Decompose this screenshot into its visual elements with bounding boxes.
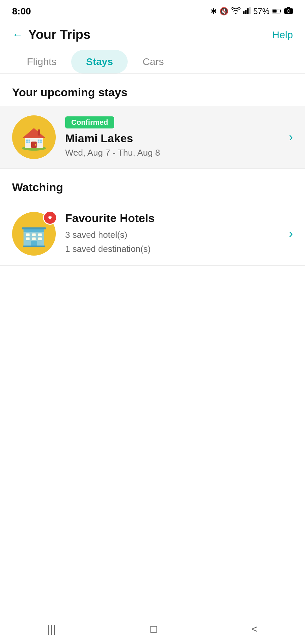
watching-section: Watching: [0, 169, 305, 266]
watch-card-hotels[interactable]: ♥ Favourite Hotels 3 saved hotel(s) 1 sa…: [0, 202, 305, 266]
confirmed-badge: Confirmed: [65, 116, 114, 128]
chevron-right-icon: ›: [289, 130, 293, 144]
svg-rect-34: [22, 227, 46, 229]
svg-rect-5: [280, 10, 281, 12]
recents-icon: |||: [47, 623, 56, 635]
chevron-right-icon-watch: ›: [289, 227, 293, 241]
upcoming-section: Your upcoming stays: [0, 74, 305, 169]
heart-badge: ♥: [43, 211, 57, 225]
watch-name: Favourite Hotels: [65, 212, 285, 225]
svg-rect-31: [38, 237, 42, 240]
signal-icon: [243, 7, 251, 16]
nav-home-button[interactable]: □: [137, 618, 170, 641]
status-time: 8:00: [12, 6, 31, 17]
bluetooth-icon: ✱: [211, 7, 217, 16]
trip-card-miami[interactable]: Confirmed Miami Lakes Wed, Aug 7 - Thu, …: [0, 106, 305, 169]
svg-rect-29: [26, 237, 30, 240]
nav-back-button[interactable]: <: [238, 618, 271, 641]
trip-icon: [12, 115, 56, 159]
svg-rect-28: [38, 233, 42, 236]
help-button[interactable]: Help: [272, 29, 293, 41]
upcoming-title: Your upcoming stays: [0, 74, 305, 106]
watch-saved-hotels: 3 saved hotel(s): [65, 228, 285, 242]
battery-icon: [272, 7, 281, 16]
status-bar: 8:00 ✱ 🔇 57%: [0, 0, 305, 21]
tab-bar: Flights Stays Cars: [0, 50, 305, 74]
watching-title: Watching: [0, 169, 305, 201]
svg-point-16: [35, 144, 36, 146]
battery-percent: 57%: [253, 7, 269, 16]
svg-rect-23: [38, 129, 40, 136]
back-button[interactable]: ←: [12, 29, 23, 41]
tab-stays[interactable]: Stays: [71, 50, 128, 73]
svg-rect-32: [31, 241, 37, 246]
svg-marker-14: [22, 128, 46, 138]
watch-saved-destinations: 1 saved destination(s): [65, 242, 285, 256]
watch-card-content: Favourite Hotels 3 saved hotel(s) 1 save…: [65, 212, 285, 256]
svg-point-9: [288, 10, 290, 12]
tab-cars[interactable]: Cars: [128, 50, 178, 73]
svg-rect-10: [287, 7, 290, 9]
page-title: Your Trips: [28, 28, 272, 42]
tab-flights[interactable]: Flights: [12, 50, 71, 73]
svg-rect-33: [23, 246, 45, 247]
svg-rect-26: [26, 233, 30, 236]
mute-icon: 🔇: [219, 7, 228, 16]
svg-rect-3: [249, 7, 251, 14]
wifi-icon: [231, 7, 241, 16]
bottom-nav: ||| □ <: [0, 614, 305, 644]
nav-recents-button[interactable]: |||: [34, 618, 69, 641]
trip-card-content: Confirmed Miami Lakes Wed, Aug 7 - Thu, …: [65, 116, 285, 158]
watch-icon: ♥: [12, 212, 56, 256]
heart-icon: ♥: [48, 214, 52, 222]
back-arrow-icon: ←: [12, 29, 23, 41]
svg-rect-30: [32, 237, 36, 240]
svg-rect-6: [273, 10, 277, 13]
trip-dates: Wed, Aug 7 - Thu, Aug 8: [65, 148, 285, 158]
svg-rect-2: [247, 8, 249, 14]
home-icon: □: [150, 623, 157, 635]
header: ← Your Trips Help: [0, 21, 305, 50]
camera-icon: [284, 7, 293, 16]
svg-rect-27: [32, 233, 36, 236]
back-nav-icon: <: [251, 623, 258, 635]
svg-rect-0: [243, 11, 245, 14]
trip-name: Miami Lakes: [65, 132, 285, 145]
status-icons: ✱ 🔇 57%: [211, 7, 293, 16]
svg-rect-1: [245, 10, 247, 14]
